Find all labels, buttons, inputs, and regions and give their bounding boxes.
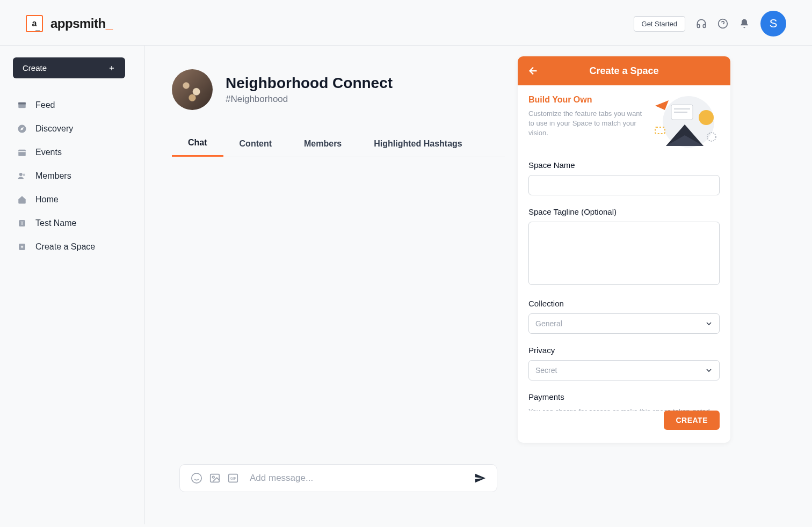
- sidebar-item-home[interactable]: Home: [13, 189, 132, 210]
- privacy-select[interactable]: Secret: [528, 360, 720, 380]
- sidebar-item-label: Discovery: [35, 124, 73, 134]
- create-space-panel: Create a Space Build Your Own Customize …: [518, 56, 730, 443]
- logo-icon: a: [26, 15, 43, 32]
- sidebar-item-feed[interactable]: Feed: [13, 94, 132, 116]
- chat-header: Neighborhood Connect #Neighborhood: [172, 56, 505, 120]
- collection-label: Collection: [528, 299, 720, 308]
- chat-panel: Neighborhood Connect #Neighborhood Chat …: [172, 56, 505, 514]
- sidebar: Create Feed Discovery Events Members: [0, 46, 145, 524]
- tab-chat[interactable]: Chat: [172, 130, 223, 157]
- space-name-input[interactable]: [528, 175, 720, 195]
- svg-point-11: [23, 174, 26, 177]
- tab-members[interactable]: Members: [288, 130, 358, 157]
- sidebar-item-events[interactable]: Events: [13, 142, 132, 163]
- panel-header: Create a Space: [518, 56, 730, 85]
- plus-square-icon: [17, 242, 27, 252]
- space-hashtag: #Neighborhood: [226, 94, 393, 105]
- svg-rect-20: [211, 474, 220, 482]
- svg-point-10: [19, 173, 23, 176]
- chat-input-row: GIF: [179, 464, 497, 492]
- calendar-icon: [17, 148, 27, 157]
- sidebar-item-label: Members: [35, 171, 71, 181]
- compass-icon: [17, 124, 27, 134]
- svg-rect-5: [18, 103, 26, 105]
- svg-point-17: [192, 473, 201, 483]
- panel-title: Create a Space: [518, 65, 730, 77]
- home-icon: [17, 195, 27, 204]
- sidebar-item-discovery[interactable]: Discovery: [13, 118, 132, 140]
- logo-group: a appsmith_: [26, 15, 113, 32]
- brand-name: appsmith_: [50, 16, 113, 31]
- headphones-icon[interactable]: [696, 18, 707, 29]
- svg-text:GIF: GIF: [230, 477, 236, 480]
- create-button[interactable]: Create: [13, 57, 125, 78]
- sidebar-item-members[interactable]: Members: [13, 165, 132, 187]
- topbar: a appsmith_ Get Started S: [0, 0, 812, 46]
- tagline-input[interactable]: [528, 222, 720, 285]
- help-icon[interactable]: [717, 18, 728, 29]
- avatar[interactable]: S: [760, 11, 786, 36]
- sidebar-item-label: Test Name: [35, 218, 76, 228]
- message-input[interactable]: [250, 473, 463, 484]
- space-avatar: [172, 69, 213, 110]
- get-started-button[interactable]: Get Started: [634, 16, 685, 32]
- svg-text:T: T: [20, 221, 23, 226]
- svg-rect-8: [18, 150, 26, 156]
- sidebar-item-test-name[interactable]: T Test Name: [13, 213, 132, 234]
- tab-content[interactable]: Content: [223, 130, 288, 157]
- letter-icon: T: [17, 218, 27, 228]
- space-name-label: Space Name: [528, 160, 720, 170]
- people-icon: [17, 171, 27, 181]
- svg-point-21: [212, 476, 214, 478]
- chat-body: [172, 157, 505, 464]
- gif-icon[interactable]: GIF: [227, 472, 239, 484]
- send-icon[interactable]: [474, 472, 486, 484]
- payments-label: Payments: [528, 392, 720, 401]
- sidebar-item-label: Events: [35, 148, 62, 157]
- sidebar-item-label: Home: [35, 195, 59, 204]
- tab-highlighted-hashtags[interactable]: Highlighted Hashtags: [358, 130, 478, 157]
- sidebar-item-create-space[interactable]: Create a Space: [13, 236, 132, 258]
- create-submit-button[interactable]: CREATE: [664, 411, 720, 430]
- tagline-label: Space Tagline (Optional): [528, 207, 720, 216]
- create-button-label: Create: [23, 63, 47, 72]
- bell-icon[interactable]: [739, 18, 750, 29]
- payments-hint: You can charge for access or make this s…: [528, 407, 720, 411]
- svg-point-31: [699, 110, 714, 125]
- sidebar-item-label: Feed: [35, 100, 55, 110]
- build-own-desc: Customize the feature tabs you want to u…: [528, 109, 643, 138]
- space-title: Neighborhood Connect: [226, 75, 393, 92]
- image-icon[interactable]: [209, 472, 221, 484]
- tabs: Chat Content Members Highlighted Hashtag…: [172, 130, 505, 157]
- plus-icon: [108, 64, 115, 72]
- privacy-label: Privacy: [528, 346, 720, 355]
- emoji-icon[interactable]: [191, 472, 202, 484]
- sidebar-item-label: Create a Space: [35, 242, 95, 252]
- collection-select[interactable]: General: [528, 313, 720, 334]
- build-own-title: Build Your Own: [528, 95, 643, 105]
- topbar-right: Get Started S: [634, 11, 786, 36]
- svg-rect-32: [655, 127, 665, 134]
- feed-icon: [17, 100, 27, 110]
- envelope-illustration: [650, 95, 720, 149]
